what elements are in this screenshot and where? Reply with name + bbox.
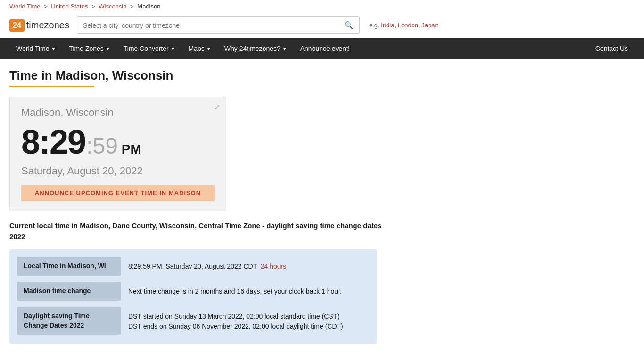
- nav-time-zones-label: Time Zones: [69, 45, 103, 52]
- main-content: Time in Madison, Wisconsin ⤢ Madison, Wi…: [0, 59, 566, 353]
- header: 24 timezones 🔍 e.g. India, London, Japan: [0, 13, 644, 38]
- examples-label: e.g.: [369, 22, 380, 29]
- breadcrumb-sep-2: >: [91, 3, 97, 10]
- breadcrumb-sep-1: >: [44, 3, 49, 10]
- clock-widget: ⤢ Madison, Wisconsin 8:29 :59 PM Saturda…: [9, 97, 226, 211]
- nav-why-label: Why 24timezones?: [224, 45, 281, 52]
- main-nav: World Time ▼ Time Zones ▼ Time Converter…: [0, 38, 644, 59]
- expand-icon[interactable]: ⤢: [214, 103, 220, 112]
- title-underline: [9, 86, 94, 87]
- nav-world-time[interactable]: World Time ▼: [9, 38, 62, 59]
- search-button[interactable]: 🔍: [339, 17, 359, 33]
- nav-world-time-label: World Time: [16, 45, 50, 52]
- info-label-dst: Daylight saving Time Change Dates 2022: [17, 307, 121, 335]
- info-label-local-time: Local Time in Madison, WI: [17, 257, 121, 276]
- info-row-dst: Daylight saving Time Change Dates 2022 D…: [17, 307, 370, 336]
- nav-announce[interactable]: Announce event!: [294, 38, 356, 59]
- example-london[interactable]: London: [398, 22, 418, 29]
- example-japan[interactable]: Japan: [421, 22, 438, 29]
- info-value-time-change: Next time change is in 2 months and 16 d…: [121, 282, 349, 301]
- info-value-local-time: 8:29:59 PM, Saturday 20, August 2022 CDT…: [121, 257, 294, 276]
- info-row-local-time: Local Time in Madison, WI 8:29:59 PM, Sa…: [17, 257, 370, 276]
- nav-why-chevron: ▼: [282, 46, 287, 51]
- clock-date: Saturday, August 20, 2022: [21, 165, 215, 177]
- nav-time-zones-chevron: ▼: [106, 46, 110, 51]
- info-value-dst: DST started on Sunday 13 March 2022, 02:…: [121, 307, 351, 336]
- page-title: Time in Madison, Wisconsin: [9, 68, 556, 83]
- breadcrumb-madison: Madison: [137, 3, 160, 10]
- info-table: Local Time in Madison, WI 8:29:59 PM, Sa…: [9, 249, 377, 344]
- nav-maps[interactable]: Maps ▼: [182, 38, 218, 59]
- search-input[interactable]: [77, 18, 339, 33]
- breadcrumb-sep-3: >: [130, 3, 135, 10]
- examples: e.g. India, London, Japan: [369, 22, 438, 29]
- 24hours-link[interactable]: 24 hours: [261, 263, 286, 270]
- local-time-value: 8:29:59 PM, Saturday 20, August 2022 CDT: [128, 263, 257, 270]
- page-description: Current local time in Madison, Dane Coun…: [9, 221, 387, 242]
- breadcrumb-united-states[interactable]: United States: [51, 3, 88, 10]
- nav-maps-chevron: ▼: [206, 46, 211, 51]
- breadcrumb: World Time > United States > Wisconsin >…: [0, 0, 644, 13]
- nav-maps-label: Maps: [189, 45, 205, 52]
- nav-time-converter-label: Time Converter: [124, 45, 169, 52]
- clock-ampm: PM: [122, 142, 141, 157]
- nav-contact[interactable]: Contact Us: [589, 38, 635, 59]
- clock-city: Madison, Wisconsin: [21, 107, 215, 119]
- logo-number: 24: [9, 19, 25, 32]
- nav-time-converter-chevron: ▼: [171, 46, 175, 51]
- nav-why[interactable]: Why 24timezones? ▼: [218, 38, 294, 59]
- clock-seconds: :59: [86, 133, 118, 159]
- nav-announce-label: Announce event!: [300, 45, 350, 52]
- logo-text: timezones: [26, 20, 69, 31]
- info-row-time-change: Madison time change Next time change is …: [17, 282, 370, 301]
- example-india[interactable]: India: [381, 22, 394, 29]
- nav-world-time-chevron: ▼: [51, 46, 56, 51]
- logo-link[interactable]: 24 timezones: [9, 19, 69, 32]
- breadcrumb-wisconsin[interactable]: Wisconsin: [99, 3, 126, 10]
- clock-hours-minutes: 8:29: [21, 123, 85, 161]
- breadcrumb-world-time[interactable]: World Time: [9, 3, 41, 10]
- announce-event-button[interactable]: ANNOUNCE UPCOMING EVENT TIME IN MADISON: [21, 185, 215, 201]
- info-label-time-change: Madison time change: [17, 282, 121, 301]
- clock-time: 8:29 :59 PM: [21, 123, 215, 161]
- nav-time-zones[interactable]: Time Zones ▼: [62, 38, 116, 59]
- nav-time-converter[interactable]: Time Converter ▼: [117, 38, 182, 59]
- search-wrapper: 🔍: [77, 16, 360, 34]
